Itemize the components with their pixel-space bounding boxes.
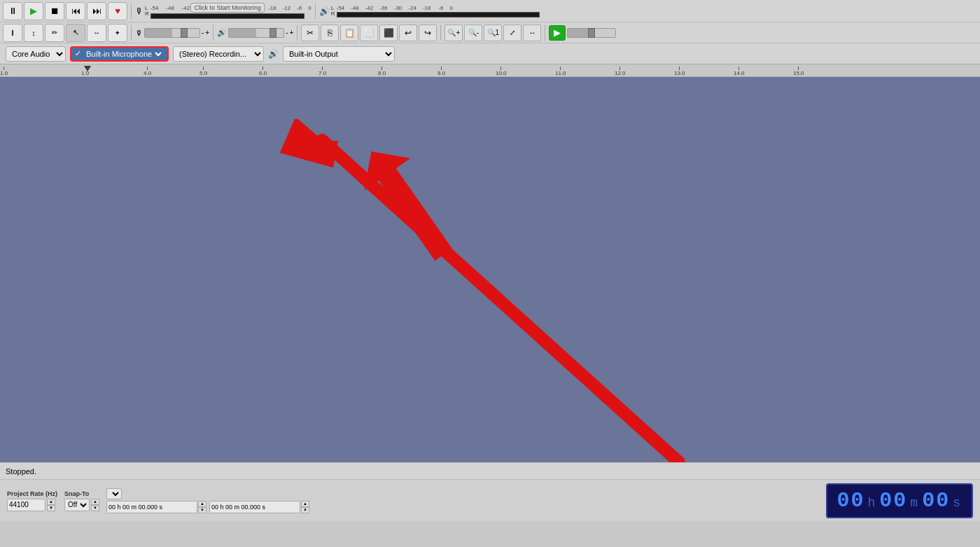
input-device-select[interactable]: Built-in Microphone [83,49,164,59]
time-hours: 00 [837,489,865,513]
selection-start: ▲ ▼ [106,501,206,513]
svg-marker-1 [349,135,467,270]
input-vu-label: -12 [283,5,291,11]
ruler-tick: 5.0 [203,67,211,76]
audio-host-select[interactable]: Core Audio [6,46,66,62]
play-at-speed-button[interactable]: ▶ [549,25,566,41]
pause-button[interactable]: ⏸ [3,2,22,20]
project-rate-up-button[interactable]: ▲ [47,499,55,505]
output-vu-label: -30 [394,5,402,11]
time-s-unit: s [953,496,962,510]
selection-section: Start and End of Selection ▲ ▼ ▲ ▼ [106,488,309,513]
project-rate-section: Project Rate (Hz) ▲ ▼ [7,490,57,511]
recording-channels-select[interactable]: (Stereo) Recordin... [173,46,264,62]
skip-start-button[interactable]: ⏮ [66,2,85,20]
sep4 [213,25,214,41]
ruler-tick: 11.0 [560,67,571,76]
output-vu-label: -48 [351,5,359,11]
time-minutes: 00 [879,489,907,513]
sep7 [545,25,545,41]
skip-end-button[interactable]: ⏭ [87,2,106,20]
trim-button[interactable]: ⬜ [360,25,378,41]
input-volume-up-icon: + [205,29,209,36]
selection-end-up[interactable]: ▲ [301,501,309,507]
stop-button[interactable]: ⏹ [45,2,64,20]
timeline-ruler: 1.0 1.0 4.0 5.0 6.0 7.0 8.0 9.0 10.0 11.… [0,64,980,77]
output-vu-label: -36 [379,5,388,11]
input-vu-label: -6 [297,5,302,11]
input-volume-down-icon: - [202,29,204,36]
draw-tool-button[interactable]: ✏ [45,24,64,42]
input-volume-control: 🎙 - + [135,28,209,38]
output-vol-plus-icon: + [290,29,294,36]
snap-to-up-button[interactable]: ▲ [91,499,99,505]
monitoring-button[interactable]: Click to Start Monitoring [190,3,265,13]
input-lr-label: LR [145,6,149,17]
project-rate-down-button[interactable]: ▼ [47,505,55,511]
select-tool-button[interactable]: I [3,24,22,42]
ruler-tick: 6.0 [262,67,270,76]
selection-start-down[interactable]: ▼ [198,507,206,513]
sep6 [440,25,441,41]
zoom-fit-button[interactable]: ⤢ [503,25,522,41]
time-h-unit: h [868,496,877,510]
paste-button[interactable]: 📋 [340,25,358,41]
record-button[interactable]: ♥ [108,2,127,20]
redo-button[interactable]: ↪ [419,25,437,41]
output-device-select[interactable]: Built-in Output [283,46,395,62]
ruler-tick: 9.0 [441,67,449,76]
zoom-out-button[interactable]: 🔍- [464,25,482,41]
snap-to-section: Snap-To Off On ▲ ▼ [64,490,99,511]
ruler-tick: 4.0 [147,67,155,76]
selection-type-select[interactable]: Start and End of Selection [106,488,122,499]
selection-end-down[interactable]: ▼ [301,507,309,513]
speaker-volume-icon: 🔊 [217,28,227,37]
selection-end-input[interactable] [209,501,300,513]
output-vu-label: -24 [408,5,416,11]
silence-button[interactable]: ⬛ [379,25,398,41]
ruler-tick: 12.0 [620,67,631,76]
sep5 [297,25,298,41]
output-vu-label: -54 [337,5,345,11]
project-rate-label: Project Rate (Hz) [7,490,57,497]
input-vu-label: 0 [308,5,311,11]
output-vu-meter[interactable]: -54 -48 -42 -36 -30 -24 -18 -6 0 [337,5,540,18]
envelope-tool-button[interactable]: ↕ [24,24,43,42]
cut-button[interactable]: ✂ [301,25,319,41]
big-time-display: 00 h 00 m 00 s [826,483,973,518]
input-vu-label: -48 [166,5,174,11]
input-vu-bar[interactable] [150,13,304,19]
ruler-tick: 7.0 [322,67,330,76]
zoom-tool-button[interactable]: ↖ [66,24,85,42]
mic-volume-icon: 🎙 [135,29,143,37]
output-vu-section: 🔊 LR -54 -48 -42 -36 -30 -24 -18 -6 0 [319,5,540,18]
output-volume-slider[interactable] [228,28,284,38]
zoom-in-button[interactable]: 🔍+ [444,25,463,41]
zoom-width-button[interactable]: ↔ [523,25,541,41]
input-volume-slider[interactable] [144,28,200,38]
snap-to-down-button[interactable]: ▼ [91,505,99,511]
playback-speed-slider[interactable] [567,28,616,38]
play-at-speed-control: ▶ [549,25,616,41]
ruler-labels: 1.0 1.0 4.0 5.0 6.0 7.0 8.0 9.0 10.0 11.… [0,64,980,76]
input-vu-meter[interactable]: -54 -48 -42 Click to Start Monitoring -1… [150,3,312,19]
project-rate-input[interactable] [7,499,46,511]
multi-tool-button[interactable]: ✦ [108,24,127,42]
time-shift-tool-button[interactable]: ↔ [87,24,106,42]
transport-toolbar: ⏸ ▶ ⏹ ⏮ ⏭ ♥ 🎙 LR -54 -48 -42 Click to St… [0,0,980,22]
separator2 [315,4,316,19]
copy-button[interactable]: ⎘ [321,25,339,41]
selection-start-up[interactable]: ▲ [198,501,206,507]
speaker-icon: 🔊 [319,6,330,16]
undo-button[interactable]: ↩ [399,25,417,41]
play-button[interactable]: ▶ [24,2,43,20]
snap-to-select[interactable]: Off On [64,499,90,511]
selection-start-input[interactable] [106,501,197,513]
output-vol-minus-icon: - [286,29,288,36]
ruler-tick: 1.0 [0,67,8,76]
track-area [0,77,980,462]
output-volume-control: 🔊 - + [217,28,293,38]
zoom-normal-button[interactable]: 🔍1 [484,25,502,41]
ruler-tick: 15.0 [798,67,809,76]
output-vu-bar[interactable] [337,12,540,18]
